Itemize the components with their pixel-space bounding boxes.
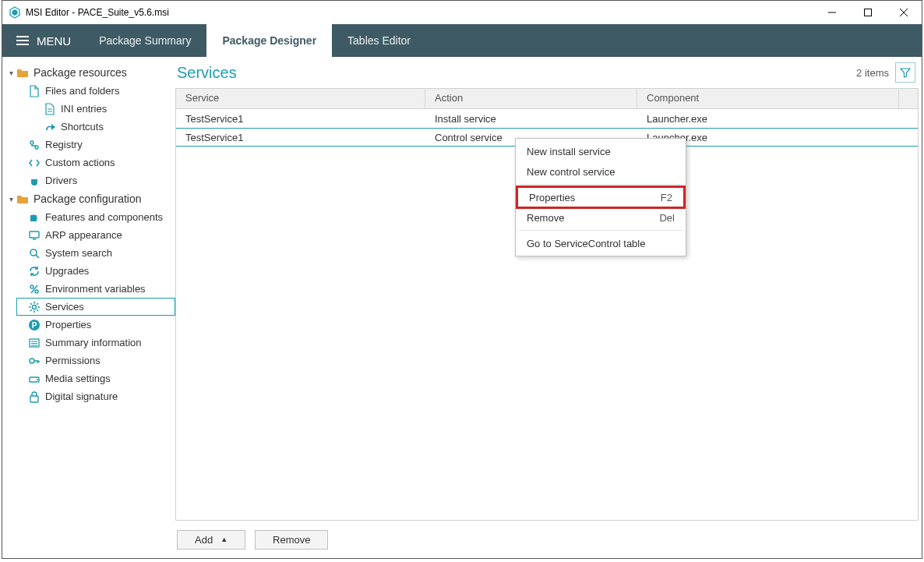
svg-rect-3	[865, 9, 872, 16]
close-button[interactable]	[886, 1, 922, 24]
caret-up-icon: ▲	[220, 535, 227, 543]
key-icon	[28, 355, 41, 367]
svg-line-26	[30, 309, 32, 311]
sidebar-item-custom-actions[interactable]: Custom actions	[16, 154, 175, 171]
registry-icon	[28, 139, 41, 151]
folder-icon	[16, 193, 29, 204]
main-panel: Services 2 items Service Action Componen…	[175, 57, 922, 558]
sidebar-group-configuration: ▾ Package configuration Features and com…	[2, 189, 175, 405]
lock-icon	[28, 391, 41, 403]
list-icon	[28, 337, 41, 349]
context-menu-separator	[519, 184, 682, 185]
sidebar-item-digital-signature[interactable]: Digital signature	[16, 387, 175, 405]
context-menu-item-label: Properties	[529, 192, 575, 203]
tab-package-summary[interactable]: Package Summary	[83, 24, 206, 57]
sidebar-items: Files and foldersINI entriesShortcutsReg…	[2, 82, 175, 189]
sidebar-item-label: Features and components	[45, 211, 163, 223]
tab-package-designer[interactable]: Package Designer	[206, 24, 332, 57]
column-service[interactable]: Service	[176, 89, 425, 108]
context-menu-item-go-to-servicecontrol-table[interactable]: Go to ServiceControl table	[516, 233, 686, 253]
svg-line-14	[36, 255, 39, 258]
sidebar-item-label: Summary information	[45, 337, 142, 348]
sidebar-group-header[interactable]: ▾ Package resources	[2, 63, 175, 82]
sidebar-item-label: Registry	[45, 139, 83, 150]
filter-button[interactable]	[895, 62, 915, 83]
page-head: Services 2 items	[175, 57, 922, 88]
cell-component: Launcher.exe	[637, 113, 899, 125]
svg-text:P: P	[32, 321, 37, 330]
minimize-button[interactable]	[814, 1, 850, 24]
tab-tables-editor[interactable]: Tables Editor	[332, 24, 426, 57]
sidebar-item-summary-information[interactable]: Summary information	[16, 334, 175, 352]
sidebar-item-label: Digital signature	[45, 391, 118, 402]
menu-button[interactable]: MENU	[2, 24, 83, 57]
svg-line-25	[37, 303, 38, 305]
sidebar-item-media-settings[interactable]: Media settings	[16, 369, 175, 387]
main-tabs: Package Summary Package Designer Tables …	[83, 24, 426, 57]
column-action[interactable]: Action	[425, 89, 637, 108]
sidebar-item-system-search[interactable]: System search	[16, 244, 175, 262]
puzzle-icon	[28, 211, 41, 224]
caret-down-icon: ▾	[7, 69, 15, 77]
menubar: MENU Package Summary Package Designer Ta…	[2, 24, 922, 57]
gear-icon	[28, 301, 41, 313]
sidebar-item-label: Permissions	[45, 355, 101, 366]
sidebar-item-shortcuts[interactable]: Shortcuts	[16, 118, 175, 136]
context-menu-item-label: New control service	[527, 166, 615, 178]
monitor-icon	[28, 229, 41, 242]
shortcut-icon	[44, 121, 56, 133]
context-menu-item-new-control-service[interactable]: New control service	[516, 161, 686, 182]
table-header: Service Action Component	[176, 89, 918, 109]
svg-line-17	[31, 285, 37, 293]
context-menu-item-remove[interactable]: RemoveDel	[516, 207, 686, 228]
window-title: MSI Editor - PACE_Suite_v5.6.msi	[26, 7, 814, 18]
code-icon	[28, 157, 41, 169]
p-icon: P	[28, 319, 41, 331]
app-icon	[9, 6, 21, 19]
add-button[interactable]: Add ▲	[177, 530, 245, 550]
sidebar-item-upgrades[interactable]: Upgrades	[16, 262, 175, 280]
sidebar-group-resources: ▾ Package resources Files and foldersINI…	[2, 63, 175, 189]
cell-action: Install service	[425, 113, 637, 125]
sidebar-item-label: Files and folders	[45, 85, 119, 97]
refresh-icon	[28, 265, 41, 277]
context-menu-item-properties[interactable]: PropertiesF2	[516, 186, 686, 209]
sidebar-item-properties[interactable]: PProperties	[16, 316, 175, 334]
drive-icon	[28, 373, 41, 385]
plug-icon	[28, 175, 41, 187]
sidebar-item-label: Environment variables	[45, 283, 146, 295]
sidebar: ▾ Package resources Files and foldersINI…	[2, 57, 175, 558]
column-component[interactable]: Component	[637, 89, 899, 108]
sidebar-item-features-and-components[interactable]: Features and components	[16, 208, 175, 226]
sidebar-item-files-and-folders[interactable]: Files and folders	[16, 82, 175, 100]
sidebar-item-permissions[interactable]: Permissions	[16, 352, 175, 369]
percent-icon	[28, 283, 41, 295]
sidebar-item-services[interactable]: Services	[16, 298, 175, 316]
sidebar-item-label: System search	[45, 247, 112, 259]
maximize-button[interactable]	[850, 1, 886, 24]
svg-point-35	[37, 379, 38, 380]
context-menu-item-label: Remove	[527, 212, 564, 224]
context-menu-item-new-install-service[interactable]: New install service	[516, 141, 686, 161]
remove-button[interactable]: Remove	[255, 530, 328, 550]
cell-service: TestService1	[176, 132, 425, 143]
sidebar-item-label: Drivers	[45, 175, 77, 186]
sidebar-item-label: Shortcuts	[61, 121, 104, 133]
sidebar-item-drivers[interactable]: Drivers	[16, 171, 175, 189]
caret-down-icon: ▾	[7, 195, 15, 203]
sidebar-group-header[interactable]: ▾ Package configuration	[2, 189, 175, 208]
sidebar-item-environment-variables[interactable]: Environment variables	[16, 280, 175, 298]
svg-point-33	[30, 359, 34, 363]
page-title: Services	[177, 64, 856, 82]
svg-rect-36	[30, 396, 38, 402]
sidebar-item-arp-appearance[interactable]: ARP appearance	[16, 226, 175, 244]
sidebar-item-ini-entries[interactable]: INI entries	[16, 100, 175, 118]
svg-rect-11	[30, 232, 39, 238]
table-row[interactable]: TestService1Install serviceLauncher.exe	[176, 109, 918, 128]
menu-label: MENU	[37, 34, 71, 48]
sidebar-item-registry[interactable]: Registry	[16, 136, 175, 154]
footer-toolbar: Add ▲ Remove	[175, 521, 922, 558]
svg-point-13	[30, 249, 37, 256]
sidebar-item-label: Services	[45, 301, 84, 313]
items-count: 2 items	[856, 67, 889, 79]
